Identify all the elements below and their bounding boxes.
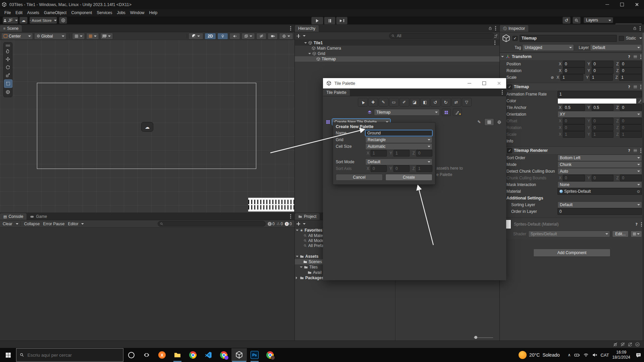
language-indicator[interactable]: CAT: [601, 353, 609, 358]
taskbar-chrome-1[interactable]: [185, 348, 201, 362]
palette-paint-tool[interactable]: ✎: [379, 98, 388, 107]
layers-dropdown[interactable]: Layers: [584, 17, 613, 23]
search-everywhere-button[interactable]: [573, 17, 581, 24]
notifications-icon[interactable]: [636, 352, 641, 358]
shading-mode-dropdown[interactable]: [189, 33, 203, 40]
taskbar-chrome-2[interactable]: [216, 348, 231, 362]
scene-viewport[interactable]: ☁: [0, 40, 294, 213]
menu-window[interactable]: Window: [128, 10, 147, 15]
info-foldout[interactable]: Info: [506, 139, 556, 143]
gizmos-dropdown-button[interactable]: [279, 33, 293, 40]
scene-row-menu-icon[interactable]: [494, 42, 495, 43]
scale-z-field[interactable]: 1: [619, 74, 642, 81]
project-zoom-slider[interactable]: [474, 336, 493, 339]
inspector-scrollbar[interactable]: [642, 32, 644, 341]
scale-tool[interactable]: [4, 71, 12, 79]
minimize-button[interactable]: [600, 0, 614, 9]
link-broken-icon[interactable]: ⊘: [551, 75, 554, 80]
undo-history-button[interactable]: ↺: [562, 17, 571, 24]
cell-size-dropdown[interactable]: Automatic: [365, 143, 432, 150]
error-count-badge[interactable]: ! 0: [285, 222, 292, 226]
refresh-disabled-icon[interactable]: [628, 342, 633, 347]
palette-name-input[interactable]: [365, 130, 432, 136]
add-component-button[interactable]: Add Component: [533, 249, 610, 257]
foldout-icon[interactable]: [308, 53, 311, 56]
sorting-layer-dropdown[interactable]: Default: [557, 201, 642, 208]
tab-tile-palette[interactable]: Tile Palette: [323, 89, 350, 96]
foldout-icon[interactable]: [304, 42, 307, 45]
tab-project[interactable]: Project: [295, 213, 320, 220]
palette-rotate-cw-tool[interactable]: ↻: [441, 98, 451, 107]
grid-type-dropdown[interactable]: Rectangle: [365, 136, 432, 143]
component-menu-icon[interactable]: [640, 86, 641, 87]
tab-inspector[interactable]: ⓘ Inspector: [500, 25, 528, 32]
taskbar-xampp[interactable]: X: [154, 348, 170, 362]
sort-order-dropdown[interactable]: Bottom Left: [557, 155, 642, 161]
audio-toggle-button[interactable]: [229, 33, 240, 40]
lock-icon[interactable]: [488, 26, 492, 31]
mode-dropdown[interactable]: Chunk: [557, 161, 642, 168]
hierarchy-menu-icon[interactable]: [495, 28, 496, 29]
step-button[interactable]: [336, 17, 347, 24]
gameobject-name-field[interactable]: Tilemap: [520, 35, 617, 42]
console-log-area[interactable]: [0, 228, 294, 341]
palette-name-text[interactable]: [367, 131, 430, 135]
material-list-button[interactable]: [631, 231, 642, 237]
palette-edit-brush-button[interactable]: ✎: [475, 119, 483, 125]
sort-mode-dropdown[interactable]: Default: [365, 159, 432, 165]
palette-box-fill-tool[interactable]: ▭: [389, 98, 399, 107]
rotation-y-field[interactable]: 0: [592, 67, 614, 74]
rotation-z-field[interactable]: 0: [620, 67, 642, 74]
palette-grid-toggle-button[interactable]: [484, 118, 494, 126]
collab-button[interactable]: [59, 17, 67, 24]
foldout-icon[interactable]: [501, 56, 504, 59]
volume-muted-icon[interactable]: [592, 352, 597, 358]
tab-scene[interactable]: ⌗ Scene: [0, 25, 22, 32]
tilemap-header[interactable]: ✓ Tilemap ?: [500, 83, 644, 91]
clear-button[interactable]: Clear: [1, 222, 14, 226]
collapse-button[interactable]: Collapse: [23, 222, 41, 226]
help-icon[interactable]: ?: [628, 55, 630, 59]
scene-visibility-button[interactable]: [256, 33, 266, 40]
palette-select-tool[interactable]: ▶: [358, 98, 368, 107]
layer-dropdown[interactable]: Default: [590, 44, 642, 51]
grid-visual-button[interactable]: [72, 33, 85, 40]
play-button[interactable]: [311, 17, 323, 24]
anchor-y-field[interactable]: 0.5: [592, 104, 614, 111]
tool-pivot-dropdown[interactable]: Center: [1, 33, 33, 40]
clear-caret-icon[interactable]: [16, 223, 18, 226]
transform-tool[interactable]: [4, 88, 12, 96]
palette-move-tool[interactable]: ✚: [368, 98, 378, 107]
info-count-badge[interactable]: ! 0: [268, 222, 275, 226]
start-button[interactable]: [0, 348, 16, 362]
project-add-caret-icon[interactable]: [303, 223, 306, 226]
asset-store-button[interactable]: Asset Store: [30, 17, 57, 24]
presets-icon[interactable]: [634, 55, 637, 58]
taskbar-explorer[interactable]: [170, 348, 185, 362]
tray-expand-icon[interactable]: ∧: [568, 353, 571, 357]
error-pause-button[interactable]: Error Pause: [42, 222, 66, 226]
taskbar-chrome-3[interactable]: [262, 348, 278, 362]
hierarchy-row-scene[interactable]: Tile1: [295, 40, 499, 46]
tool-space-dropdown[interactable]: Global: [34, 33, 66, 40]
eyedropper-icon[interactable]: [638, 99, 642, 103]
create-button[interactable]: Create: [385, 174, 432, 181]
menu-file[interactable]: File: [2, 10, 13, 15]
menu-services[interactable]: Services: [94, 10, 114, 15]
scene-cloud-button[interactable]: ☁: [141, 122, 153, 132]
menu-assets[interactable]: Assets: [25, 10, 42, 15]
weather-widget[interactable]: 20°C Soleado: [519, 351, 560, 359]
debugger-disabled-icon[interactable]: [613, 342, 618, 347]
menu-gameobject[interactable]: GameObject: [42, 10, 69, 15]
lighting-toggle-button[interactable]: [217, 33, 228, 40]
effects-dropdown-button[interactable]: [241, 33, 255, 40]
pick-tile-button[interactable]: ★: [453, 109, 462, 116]
palette-minimize-button[interactable]: [462, 78, 477, 88]
menu-help[interactable]: Help: [147, 10, 160, 15]
taskbar-search-input[interactable]: [27, 352, 120, 358]
palette-menu-icon[interactable]: [502, 92, 503, 93]
palette-gizmo-button[interactable]: [495, 119, 503, 125]
lock-icon[interactable]: [633, 26, 637, 31]
tilemap-renderer-header[interactable]: ✓ Tilemap Renderer ?: [500, 146, 644, 155]
color-swatch[interactable]: [557, 98, 637, 104]
